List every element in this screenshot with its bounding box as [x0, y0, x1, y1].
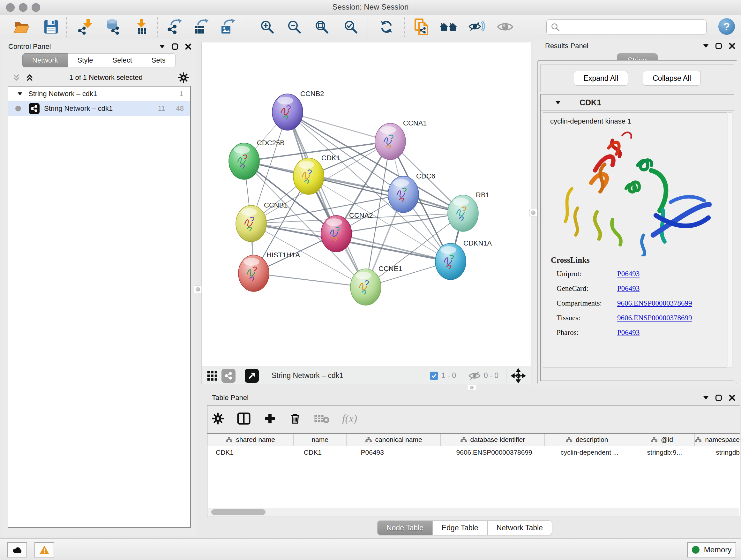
scrollbar-thumb[interactable] [211, 509, 266, 515]
panel-close-icon[interactable] [728, 42, 736, 50]
first-neighbors-button[interactable] [440, 18, 457, 36]
expand-all-button[interactable]: Expand All [574, 71, 628, 85]
tissues-link[interactable]: 9606.ENSP00000378699 [617, 313, 692, 323]
genecard-link[interactable]: P06493 [617, 284, 639, 294]
network-canvas[interactable]: CCNB2CCNA1CDC25BCDK1CDC6RB1CCNB1CCNA2HIS… [201, 43, 531, 367]
grid-view-icon[interactable] [207, 370, 218, 381]
panel-menu-icon[interactable] [703, 44, 709, 48]
panel-float-icon[interactable] [171, 43, 179, 51]
network-node-CDK1[interactable] [293, 158, 324, 194]
collapse-all-icon[interactable] [12, 73, 20, 82]
horizontal-splitter-handle[interactable] [467, 385, 476, 390]
zoom-out-button[interactable] [285, 18, 303, 36]
export-image-button[interactable] [219, 18, 237, 36]
window-title: Session: New Session [0, 3, 741, 11]
collection-expander-icon[interactable] [17, 92, 23, 96]
clone-network-button[interactable] [413, 18, 431, 36]
network-node-CDC6[interactable] [388, 176, 419, 212]
network-node-CCNB1[interactable] [236, 205, 266, 242]
tab-edge-table[interactable]: Edge Table [433, 520, 488, 535]
column-header[interactable]: shared name [207, 434, 293, 446]
warnings-button[interactable] [35, 542, 54, 557]
column-header[interactable]: database identifier [441, 434, 544, 446]
tab-style[interactable]: Style [68, 53, 103, 67]
network-node-CDC25B[interactable] [229, 143, 259, 179]
network-row[interactable]: String Network – cdk1 11 48 [8, 101, 190, 116]
search-box[interactable] [546, 19, 706, 35]
panel-close-icon[interactable] [185, 43, 192, 51]
uniprot-link[interactable]: P06493 [617, 269, 639, 279]
string-view-icon[interactable] [221, 369, 235, 383]
save-session-button[interactable] [42, 18, 60, 36]
zoom-fit-button[interactable] [313, 18, 331, 36]
recenter-icon[interactable] [511, 368, 526, 383]
import-network-file-button[interactable] [77, 18, 94, 36]
panel-float-icon[interactable] [715, 394, 723, 401]
column-header[interactable]: @id [629, 434, 695, 446]
node-count: 11 [158, 105, 165, 113]
network-node-CCNE1[interactable] [350, 269, 381, 305]
add-column-icon[interactable] [264, 412, 276, 425]
memory-button[interactable]: Memory [687, 542, 736, 557]
import-table-button[interactable] [133, 18, 151, 36]
save-icon [44, 19, 58, 34]
collapse-all-button[interactable]: Collapse All [643, 71, 701, 85]
export-table-button[interactable] [193, 18, 211, 36]
left-splitter-handle[interactable] [194, 286, 202, 293]
tab-sets[interactable]: Sets [142, 53, 176, 67]
results-scrollbar[interactable] [728, 112, 732, 368]
crosslink-row: Tissues: 9606.ENSP00000378699 [556, 313, 692, 323]
open-session-button[interactable] [13, 18, 30, 36]
pharos-link[interactable]: P06493 [617, 328, 639, 337]
zoom-in-button[interactable] [258, 18, 276, 36]
network-node-CCNA2[interactable] [321, 215, 352, 252]
collapse-section-icon[interactable] [555, 101, 561, 105]
column-header[interactable]: canonical name [347, 434, 441, 446]
tab-node-table[interactable]: Node Table [377, 520, 433, 535]
selected-nodes-checkbox[interactable] [430, 372, 438, 380]
protein-card-header[interactable]: CDK1 [541, 95, 734, 111]
tab-network-table[interactable]: Network Table [488, 520, 552, 535]
compartments-link[interactable]: 9606.ENSP00000378699 [617, 299, 692, 308]
network-edge[interactable] [254, 273, 366, 287]
network-collection-row[interactable]: String Network – cdk1 1 [8, 86, 190, 101]
table-options-gear-icon[interactable] [212, 413, 224, 425]
delete-column-icon[interactable] [289, 412, 301, 425]
import-network-database-button[interactable] [103, 18, 121, 36]
network-node-RB1[interactable] [448, 195, 478, 232]
column-header[interactable]: description [545, 434, 629, 446]
panel-float-icon[interactable] [715, 42, 723, 50]
search-input[interactable] [563, 21, 706, 34]
tab-select[interactable]: Select [103, 53, 142, 67]
hide-selected-button[interactable] [468, 18, 486, 36]
results-panel-title: Results Panel [545, 42, 589, 50]
column-header[interactable]: namespace [695, 434, 740, 446]
show-columns-icon[interactable] [237, 412, 251, 425]
panel-menu-icon[interactable] [159, 44, 165, 49]
zoom-selected-icon [343, 19, 358, 35]
network-edge[interactable] [287, 112, 390, 141]
help-button[interactable]: ? [718, 18, 735, 35]
network-node-CCNB2[interactable] [272, 94, 303, 130]
refresh-button[interactable] [378, 18, 395, 36]
panel-close-icon[interactable] [728, 394, 736, 401]
network-edge[interactable] [287, 112, 366, 287]
crosslinks-title: CrossLinks [551, 256, 692, 265]
zoom-selected-button[interactable] [342, 18, 360, 36]
column-header[interactable]: name [293, 434, 347, 446]
gear-icon[interactable] [178, 72, 189, 83]
network-node-HIST1H1A[interactable] [239, 255, 269, 292]
expand-all-icon[interactable] [25, 73, 34, 82]
network-node-CCNA1[interactable] [375, 123, 406, 160]
birds-eye-view-toggle[interactable] [245, 369, 259, 383]
tab-network[interactable]: Network [22, 53, 68, 67]
table-row[interactable]: CDK1 CDK1 P06493 9606.ENSP00000378699 cy… [207, 446, 740, 459]
network-node-label: CDC25B [257, 139, 285, 147]
table-horizontal-scrollbar[interactable] [208, 508, 739, 516]
cloud-status-button[interactable] [7, 542, 27, 557]
right-splitter-handle[interactable] [529, 209, 537, 216]
export-network-button[interactable] [166, 18, 184, 36]
network-node-CDKN1A[interactable] [435, 243, 466, 280]
show-all-button[interactable] [496, 18, 514, 36]
panel-menu-icon[interactable] [703, 395, 709, 400]
